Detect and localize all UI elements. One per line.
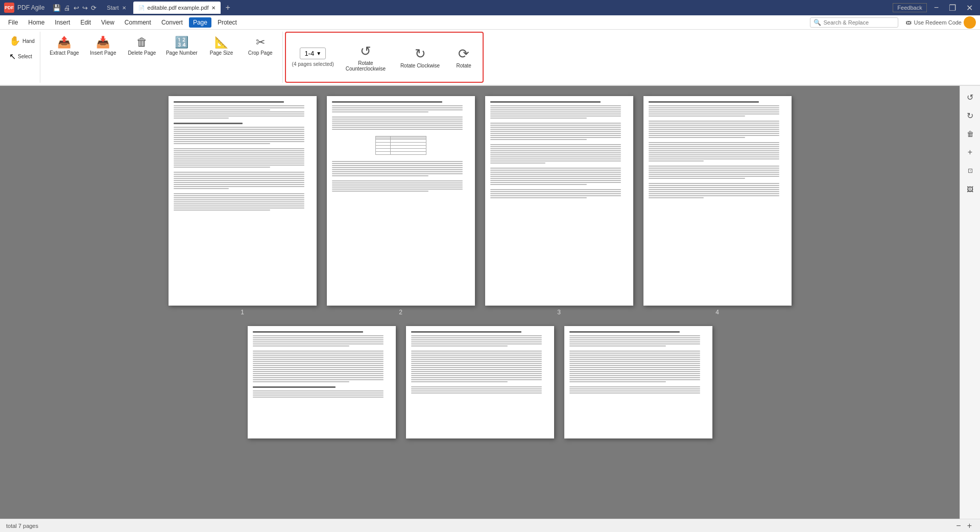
rt-zoom-in-button[interactable]: + [963,145,977,159]
delete-page-button[interactable]: 🗑 Delete Page [124,34,160,58]
extract-page-icon: 📤 [57,36,71,49]
new-tab-button[interactable]: + [223,2,232,14]
page-num-3: 3 [557,309,561,316]
menu-page[interactable]: Page [189,17,211,28]
page-size-icon: 📐 [214,36,228,49]
user-avatar[interactable] [964,16,976,29]
tab-pdf-close[interactable]: ✕ [211,5,216,11]
rotate-button[interactable]: ⟳ Rotate [451,44,476,71]
title-bar-left: PDF PDF Agile 💾 🖨 ↩ ↪ ⟳ [4,3,97,13]
right-toolbar: ↺ ↻ 🗑 + ⊡ 🖼 [960,86,980,532]
minimize-button[interactable]: − [931,2,942,13]
select-button[interactable]: ↖ Select [6,50,38,63]
feedback-button[interactable]: Feedback [893,3,926,12]
restore-button[interactable]: ❐ [946,2,959,14]
pdf-page-3[interactable] [485,96,633,306]
page-range-value: 1-4 [304,50,314,57]
rt-rotate-ccw-icon: ↺ [967,92,973,102]
page-wrapper-7 [564,326,712,438]
menu-insert[interactable]: Insert [51,17,74,28]
menu-view[interactable]: View [97,17,118,28]
page-num-1: 1 [241,309,244,316]
zoom-in-button[interactable]: + [965,521,974,530]
rotate-cw-button[interactable]: ↻ Rotate Clockwise [397,44,443,71]
hand-button[interactable]: ✋ Hand [6,34,38,48]
search-box: 🔍 [810,17,898,28]
status-right: − + [954,521,974,530]
hand-select-group: ✋ Hand ↖ Select [4,32,40,83]
page-size-button[interactable]: 📐 Page Size [204,34,240,58]
page-num-4: 4 [715,309,719,316]
main-content: 1 [0,86,980,532]
rt-zoom-fit-button[interactable]: ⊡ [963,164,977,178]
insert-page-icon: 📥 [96,36,110,49]
page-number-button[interactable]: 🔢 Page Number [163,34,201,58]
menu-home[interactable]: Home [24,17,49,28]
menu-convert[interactable]: Convert [157,17,187,28]
tab-pdf[interactable]: 📄 editable.pdf example.pdf ✕ [133,2,221,14]
page-6-content [406,326,554,438]
insert-page-button[interactable]: 📥 Insert Page [85,34,121,58]
rt-delete-button[interactable]: 🗑 [963,127,977,141]
menu-file[interactable]: File [4,17,22,28]
redeem-icon: 🎟 [905,19,912,26]
print-icon[interactable]: 🖨 [64,4,70,12]
pdf-page-6[interactable] [406,326,554,438]
undo-icon[interactable]: ↩ [74,4,79,12]
crop-page-button[interactable]: ✂ Crop Page [243,34,278,58]
tab-start-label: Start [107,5,118,11]
menu-edit[interactable]: Edit [76,17,95,28]
page-range-dropdown[interactable]: 1-4 ▼ [300,48,326,59]
page-wrapper-5 [248,326,396,438]
rt-image-button[interactable]: 🖼 [963,182,977,196]
page-5-content [248,326,396,438]
use-redeem-area: 🎟 Use Redeem Code [905,19,962,26]
pages-container[interactable]: 1 [0,86,960,532]
pages-row-2 [10,326,949,438]
tab-start[interactable]: Start ✕ [102,2,131,14]
page-1-content [169,96,317,306]
page-wrapper-2: 2 [327,96,475,316]
pdf-page-5[interactable] [248,326,396,438]
pdf-icon: 📄 [138,5,145,11]
close-button[interactable]: ✕ [963,2,976,14]
title-bar-right: Feedback − ❐ ✕ [893,2,976,14]
search-input[interactable] [823,19,895,26]
status-bar: total 7 pages − + [0,519,980,532]
title-bar: PDF PDF Agile 💾 🖨 ↩ ↪ ⟳ Start ✕ 📄 editab… [0,0,980,15]
pages-row-1: 1 [10,96,949,316]
pdf-page-4[interactable] [643,96,792,306]
page-2-content [327,96,475,306]
rotate-cw-icon: ↻ [415,46,426,62]
pdf-page-2[interactable] [327,96,475,306]
page-wrapper-3: 3 [485,96,633,316]
use-redeem-label: Use Redeem Code [914,19,962,26]
rotate-ccw-icon: ↺ [360,43,371,59]
rt-rotate-cw-button[interactable]: ↻ [963,108,977,123]
menu-protect[interactable]: Protect [213,17,241,28]
zoom-out-button[interactable]: − [954,521,963,530]
save-icon[interactable]: 💾 [53,4,61,12]
tab-start-close[interactable]: ✕ [122,5,126,11]
rt-rotate-ccw-button[interactable]: ↺ [963,90,977,104]
ribbon: ✋ Hand ↖ Select 📤 Extract Page 📥 Insert … [0,30,980,86]
menu-bar: File Home Insert Edit View Comment Conve… [0,15,980,30]
rt-zoom-in-icon: + [968,148,972,157]
cursor-icon: ↖ [9,52,16,61]
redo-icon[interactable]: ↪ [82,4,88,12]
page-range-container: 1-4 ▼ (4 pages selected) [292,48,334,67]
refresh-icon[interactable]: ⟳ [91,4,97,12]
hand-icon: ✋ [9,35,20,47]
extract-page-button[interactable]: 📤 Extract Page [46,34,82,58]
dropdown-chevron-icon: ▼ [316,51,321,56]
hand-label: Hand [22,38,35,44]
crop-page-icon: ✂ [256,36,265,49]
total-pages-label: total 7 pages [6,523,38,529]
rotate-ccw-button[interactable]: ↺ Rotate Counterclockwise [342,41,389,74]
app-logo: PDF [4,3,14,13]
highlighted-toolbar-group: 1-4 ▼ (4 pages selected) ↺ Rotate Counte… [285,32,484,83]
tab-pdf-label: editable.pdf example.pdf [148,5,209,11]
pdf-page-7[interactable] [564,326,712,438]
menu-comment[interactable]: Comment [121,17,155,28]
pdf-page-1[interactable] [169,96,317,306]
